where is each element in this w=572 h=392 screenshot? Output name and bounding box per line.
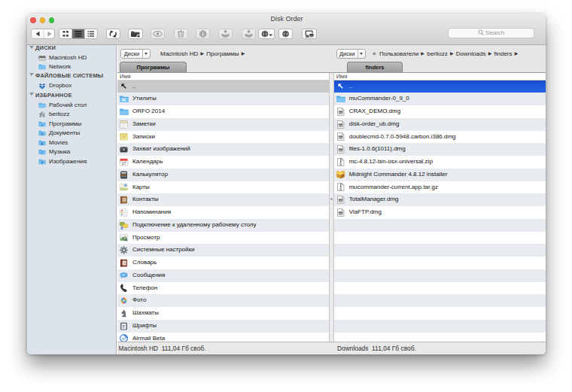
- svg-text:A: A: [123, 261, 126, 265]
- svg-text:17: 17: [121, 161, 126, 166]
